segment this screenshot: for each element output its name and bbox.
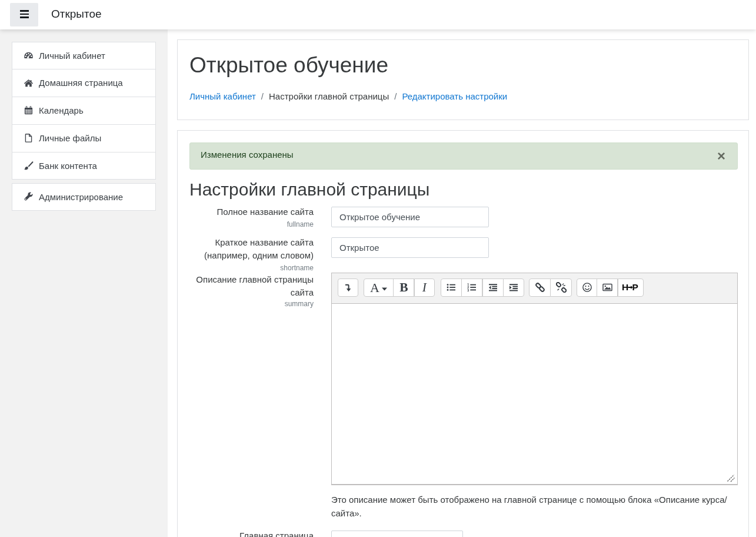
svg-text:P: P [632,282,638,292]
svg-text:H: H [622,282,628,292]
svg-text:3: 3 [468,289,469,292]
